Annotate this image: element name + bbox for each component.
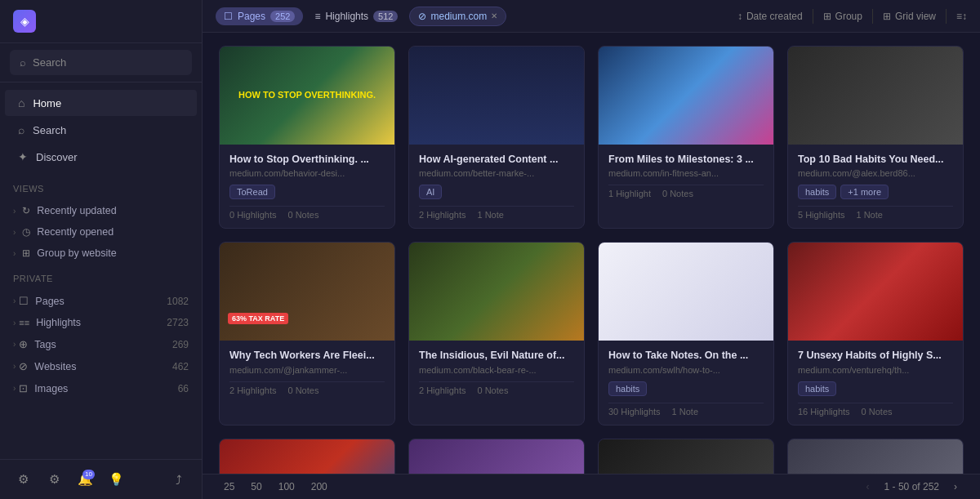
cards-content: How to Stop Overthinking. ... medium.com…	[203, 33, 980, 474]
card-stats: 5 Highlights 1 Note	[798, 206, 953, 220]
sidebar-item-websites[interactable]: › ⊘ Websites 462	[0, 355, 202, 377]
next-page-button[interactable]: ›	[947, 479, 964, 494]
card-thumbnail	[788, 47, 963, 145]
search-nav-label: Search	[33, 124, 66, 136]
close-filter-icon[interactable]: ✕	[491, 11, 497, 20]
group-icon: ⊞	[823, 11, 831, 22]
home-icon: ⌂	[18, 96, 24, 109]
card-4[interactable]: Top 10 Bad Habits You Need... medium.com…	[787, 46, 964, 229]
sidebar-item-tags[interactable]: › ⊕ Tags 269	[0, 333, 202, 355]
prev-page-button[interactable]: ‹	[860, 479, 876, 494]
card-11[interactable]: 3 Psychology Books to Und... medium.com/…	[598, 439, 774, 474]
card-10[interactable]: How Gen Z Generation Doe... medium.com/.…	[408, 439, 585, 474]
tag-item[interactable]: habits	[608, 381, 647, 396]
tag-more[interactable]: +1 more	[840, 185, 889, 199]
card-url: medium.com/better-marke-...	[419, 168, 574, 178]
highlights-stat: 30 Highlights	[608, 407, 661, 417]
pages-tab-count: 252	[270, 11, 295, 22]
highlights-stat: 2 Highlights	[229, 385, 276, 395]
lightbulb-button[interactable]: 💡	[103, 466, 129, 492]
sidebar-item-images[interactable]: › ⊡ Images 66	[0, 377, 202, 399]
bottombar: 25 50 100 200 ‹ 1 - 50 of 252 ›	[203, 474, 980, 499]
highlights-stat: 2 Highlights	[419, 210, 466, 220]
card-5[interactable]: Why Tech Workers Are Fleei... medium.com…	[219, 242, 395, 425]
views-section-title: Views	[0, 177, 202, 197]
tag-item[interactable]: ToRead	[229, 185, 275, 199]
sidebar-item-search[interactable]: ⌕ Search	[5, 117, 197, 143]
card-thumbnail	[599, 243, 773, 341]
gear-button[interactable]: ⚙	[41, 466, 67, 492]
card-body: Why Tech Workers Are Fleei... medium.com…	[220, 341, 394, 403]
card-title: Why Tech Workers Are Fleei...	[229, 349, 385, 362]
page-size-50[interactable]: 50	[246, 479, 266, 494]
sidebar-item-highlights[interactable]: › ≡≡ Highlights 2723	[0, 312, 202, 333]
highlights-stat: 2 Highlights	[419, 385, 466, 395]
tag-item[interactable]: habits	[798, 381, 836, 396]
card-thumbnail	[220, 439, 394, 474]
topbar: ☐ Pages 252 ≡ Highlights 512 ⊘ medium.co…	[203, 0, 980, 33]
date-created-button[interactable]: ↕ Date created	[737, 11, 803, 22]
page-size-200[interactable]: 200	[306, 479, 332, 494]
card-stats: 1 Highlight 0 Notes	[608, 185, 764, 198]
link-icon: ⊘	[418, 11, 426, 22]
card-tags: habits+1 more	[798, 185, 953, 199]
chevron-tags-icon: ›	[13, 340, 16, 349]
discover-label: Discover	[36, 151, 78, 163]
page-size-25[interactable]: 25	[219, 479, 239, 494]
filter-label: medium.com	[430, 11, 487, 22]
card-thumbnail	[788, 243, 963, 341]
notification-button[interactable]: 🔔 10	[72, 466, 98, 492]
tab-highlights[interactable]: ≡ Highlights 512	[306, 7, 406, 25]
search-box[interactable]: ⌕ Search	[10, 50, 192, 75]
card-url: medium.com/black-bear-re-...	[419, 365, 574, 375]
card-12[interactable]: Why can I see you watching ... medium.co…	[787, 439, 964, 474]
sidebar-item-discover[interactable]: ✦ Discover	[5, 144, 197, 170]
card-3[interactable]: From Miles to Milestones: 3 ... medium.c…	[598, 46, 774, 229]
page-size-options: 25 50 100 200	[219, 479, 332, 494]
sidebar-item-home[interactable]: ⌂ Home	[5, 90, 197, 116]
page-size-100[interactable]: 100	[274, 479, 300, 494]
card-stats: 2 Highlights 1 Note	[419, 206, 574, 220]
tag-item[interactable]: AI	[419, 185, 442, 199]
group-button[interactable]: ⊞ Group	[823, 11, 862, 22]
tag-item[interactable]: habits	[798, 185, 836, 199]
pages-icon: ☐	[19, 295, 29, 307]
card-1[interactable]: How to Stop Overthinking. ... medium.com…	[219, 46, 395, 229]
group-label: Group	[835, 11, 862, 22]
search-section: ⌕ Search	[0, 43, 202, 82]
sort-order-button[interactable]: ≡↕	[956, 11, 967, 22]
chevron-right-icon: ›	[13, 207, 16, 216]
card-9[interactable]: Google Wants to Get Rid of ... medium.co…	[219, 439, 395, 474]
sidebar-item-pages[interactable]: › ☐ Pages 1082	[0, 290, 202, 312]
grid-view-button[interactable]: ⊞ Grid view	[883, 11, 936, 22]
card-url: medium.com/venturehq/th...	[798, 365, 953, 375]
tab-pages[interactable]: ☐ Pages 252	[216, 7, 303, 25]
settings-button[interactable]: ⚙	[10, 466, 36, 492]
card-title: How to Take Notes. On the ...	[608, 349, 764, 362]
view-recently-updated[interactable]: › ↻ Recently updated	[0, 200, 202, 221]
grid-icon: ⊞	[22, 247, 30, 259]
card-body: Top 10 Bad Habits You Need... medium.com…	[788, 145, 963, 228]
card-8[interactable]: 7 Unsexy Habits of Highly S... medium.co…	[787, 242, 964, 425]
view-group-by-website[interactable]: › ⊞ Group by website	[0, 243, 202, 264]
sidebar-nav: ⌂ Home ⌕ Search ✦ Discover	[0, 82, 202, 177]
card-stats: 2 Highlights 0 Notes	[229, 381, 385, 395]
pages-count: 1082	[167, 296, 189, 307]
topbar-divider3	[946, 9, 947, 24]
card-2[interactable]: How AI-generated Content ... medium.com/…	[408, 46, 585, 229]
topbar-divider1	[813, 9, 813, 24]
recently-opened-label: Recently opened	[37, 226, 114, 238]
card-6[interactable]: The Insidious, Evil Nature of... medium.…	[408, 242, 585, 425]
tags-count: 269	[172, 339, 189, 350]
card-7[interactable]: How to Take Notes. On the ... medium.com…	[598, 242, 774, 425]
sidebar-logo: ◈	[0, 0, 202, 43]
export-button[interactable]: ⤴	[166, 466, 192, 492]
sidebar-footer: ⚙ ⚙ 🔔 10 💡 ⤴	[0, 459, 202, 499]
chevron-right-icon3: ›	[13, 249, 16, 258]
views-list: › ↻ Recently updated › ◷ Recently opened…	[0, 197, 202, 267]
private-section-title: Private	[0, 267, 202, 287]
pages-tab-icon: ☐	[224, 11, 233, 22]
filter-medium[interactable]: ⊘ medium.com ✕	[409, 7, 506, 26]
view-recently-opened[interactable]: › ◷ Recently opened	[0, 221, 202, 243]
notes-stat: 1 Note	[856, 210, 882, 220]
